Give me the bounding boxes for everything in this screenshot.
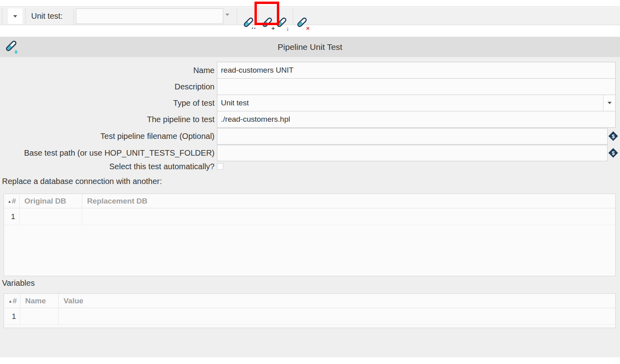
variables-table: ▴ # Name Value 1 — [4, 293, 616, 328]
unit-test-combo-input[interactable] — [76, 8, 223, 24]
toolbar-divider — [237, 8, 237, 24]
db-header-num[interactable]: ▴ # — [4, 194, 20, 208]
dialog-body: Name Description Type of test Unit test … — [0, 57, 620, 357]
base-path-label: Base test path (or use HOP_UNIT_TESTS_FO… — [0, 145, 215, 161]
plus-badge: + — [271, 25, 275, 31]
dialog-title: Pipeline Unit Test — [0, 37, 620, 57]
db-row-original-cell[interactable] — [20, 208, 82, 225]
dialog-title-bar: Pipeline Unit Test — [0, 37, 620, 57]
arrow-down-badge: ↓ — [286, 25, 290, 31]
pipeline-input[interactable] — [217, 111, 616, 128]
toolbar-divider — [293, 8, 293, 24]
delete-unit-test-button[interactable]: × — [296, 17, 308, 30]
description-label: Description — [0, 78, 215, 95]
unit-test-label: Unit test: — [31, 7, 63, 25]
db-replacement-table: ▴ # Original DB Replacement DB 1 — [4, 194, 616, 276]
delete-badge: × — [306, 25, 310, 31]
toolbar-dropdown-button[interactable] — [8, 8, 22, 24]
sort-arrow-icon: ▴ — [9, 294, 12, 308]
app-window: { "colors": { "accent_teal": "#49b8c8", … — [0, 0, 620, 364]
unit-test-toolbar: Unit test: .. + — [0, 7, 620, 25]
variables-row-value-cell[interactable] — [59, 308, 615, 325]
edit-unit-test-button[interactable]: .. — [242, 17, 255, 30]
db-header-replacement[interactable]: Replacement DB — [82, 194, 615, 208]
test-filename-input[interactable] — [217, 128, 608, 144]
toolbar-divider — [74, 8, 74, 24]
base-path-input[interactable] — [217, 145, 608, 161]
chevron-down-icon — [608, 102, 612, 104]
description-input[interactable] — [217, 78, 616, 95]
db-row-num: 1 — [4, 208, 20, 225]
chevron-down-icon — [13, 15, 17, 18]
db-header-original[interactable]: Original DB — [20, 194, 82, 208]
db-table-header: ▴ # Original DB Replacement DB — [4, 194, 615, 208]
form-row-description: Description — [0, 78, 620, 95]
variables-table-header: ▴ # Name Value — [4, 294, 615, 308]
dollar-glyph: $ — [612, 150, 615, 156]
name-label: Name — [0, 62, 215, 79]
dollar-glyph: $ — [612, 133, 615, 139]
toolbar-divider — [2, 8, 2, 24]
auto-select-checkbox[interactable] — [217, 163, 223, 170]
name-input[interactable] — [217, 62, 616, 79]
form-row-type-of-test: Type of test Unit test — [0, 95, 620, 111]
variables-row-num: 1 — [4, 308, 20, 325]
variables-header-num[interactable]: ▴ # — [4, 294, 20, 308]
db-section-label: Replace a database connection with anoth… — [2, 177, 162, 186]
type-of-test-combo-arrow-button[interactable] — [603, 95, 616, 111]
form-row-base-path: Base test path (or use HOP_UNIT_TESTS_FO… — [0, 145, 620, 161]
variables-header-value[interactable]: Value — [59, 294, 615, 308]
auto-select-label: Select this test automatically? — [0, 162, 215, 174]
top-tab-strip — [0, 0, 620, 7]
annotation-highlight-rect — [254, 2, 279, 25]
variable-icon[interactable]: $ — [608, 147, 619, 158]
variable-icon[interactable]: $ — [608, 131, 619, 142]
db-row-replacement-cell[interactable] — [82, 208, 615, 225]
variables-section-label: Variables — [2, 279, 35, 288]
form-row-pipeline: The pipeline to test — [0, 111, 620, 128]
combo-arrow-icon[interactable] — [225, 14, 229, 16]
toolbar-divider — [25, 8, 26, 24]
type-of-test-label: Type of test — [0, 95, 215, 111]
type-of-test-combo[interactable]: Unit test — [217, 95, 604, 111]
variables-row-name-cell[interactable] — [20, 308, 59, 325]
sort-arrow-icon: ▴ — [8, 194, 11, 208]
db-table-row[interactable]: 1 — [4, 208, 615, 225]
variables-header-name[interactable]: Name — [20, 294, 59, 308]
test-filename-label: Test pipeline filename (Optional) — [0, 128, 215, 144]
variables-table-row[interactable]: 1 — [4, 308, 615, 325]
form-row-name: Name — [0, 62, 620, 79]
pipeline-label: The pipeline to test — [0, 111, 215, 128]
form-row-test-filename: Test pipeline filename (Optional) — [0, 128, 620, 144]
form-row-auto-select: Select this test automatically? — [0, 162, 620, 174]
